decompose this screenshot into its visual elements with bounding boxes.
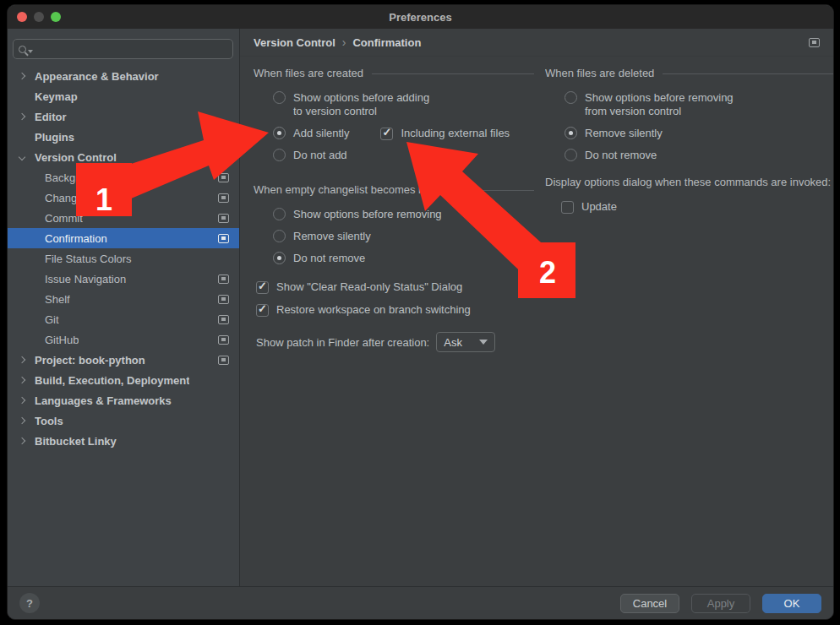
sidebar-item-label: Commit	[45, 212, 83, 225]
checkbox-restore-workspace[interactable]: Restore workspace on branch switching	[256, 303, 534, 317]
checkbox-update[interactable]: Update	[561, 200, 833, 214]
checkbox-label: Update	[581, 200, 617, 214]
radio-remove-silently-deleted[interactable]: Remove silently	[565, 127, 833, 140]
sidebar-item-file-status-colors[interactable]: File Status Colors	[8, 248, 239, 269]
sidebar-item-label: Keymap	[35, 90, 78, 103]
sidebar-item-label: GitHub	[45, 334, 79, 346]
sidebar-item-label: Project: book-python	[35, 354, 145, 367]
sidebar-item-label: Issue Navigation	[45, 273, 126, 285]
settings-sidebar: Appearance & Behavior Keymap Editor Plug…	[8, 29, 240, 586]
radio-icon	[273, 149, 286, 161]
minimize-window-button[interactable]	[34, 12, 44, 22]
radio-icon	[273, 91, 286, 104]
radio-icon	[565, 149, 577, 161]
checkbox-icon	[561, 201, 574, 214]
zoom-window-button[interactable]	[51, 12, 61, 22]
cancel-button[interactable]: Cancel	[620, 594, 679, 613]
sidebar-item-label: Version Control	[35, 151, 117, 164]
radio-show-options-before-removing-vc[interactable]: Show options before removing from versio…	[565, 91, 833, 118]
sidebar-item-languages-frameworks[interactable]: Languages & Frameworks	[8, 390, 239, 410]
traffic-lights	[17, 5, 61, 29]
sidebar-item-label: Changelists	[45, 192, 102, 204]
radio-label: Do not add	[293, 149, 347, 162]
sidebar-item-changelists[interactable]: Changelists	[8, 188, 239, 208]
screen-icon	[809, 38, 820, 47]
ok-button[interactable]: OK	[762, 594, 821, 613]
settings-main-panel: Version Control › Confirmation When file…	[240, 29, 833, 586]
close-window-button[interactable]	[17, 12, 27, 22]
sidebar-item-label: Build, Execution, Deployment	[35, 374, 189, 387]
show-patch-dropdown[interactable]: Ask	[436, 332, 495, 352]
settings-search-field[interactable]	[13, 39, 233, 59]
sidebar-item-keymap[interactable]: Keymap	[8, 86, 239, 106]
show-patch-label: Show patch in Finder after creation:	[256, 336, 429, 349]
radio-do-not-remove-deleted[interactable]: Do not remove	[565, 149, 833, 162]
sidebar-item-git[interactable]: Git	[8, 309, 239, 329]
screen-icon	[218, 214, 229, 223]
dropdown-value: Ask	[444, 336, 462, 349]
checkbox-label: Show "Clear Read-only Status" Dialog	[276, 280, 462, 294]
sidebar-item-shelf[interactable]: Shelf	[8, 289, 239, 309]
screen-icon	[218, 356, 229, 365]
radio-label: Do not remove	[585, 149, 657, 162]
sidebar-item-commit[interactable]: Commit	[8, 208, 239, 228]
radio-remove-silently[interactable]: Remove silently	[273, 230, 534, 243]
checkbox-label: Including external files	[401, 127, 510, 140]
radio-icon	[273, 230, 286, 242]
sidebar-item-plugins[interactable]: Plugins	[8, 127, 239, 147]
screen-icon	[218, 173, 229, 182]
sidebar-item-project-book-python[interactable]: Project: book-python	[8, 350, 239, 370]
breadcrumb-parent[interactable]: Version Control	[254, 36, 335, 49]
radio-do-not-add[interactable]: Do not add	[273, 149, 534, 162]
dialog-footer: ? Cancel Apply OK	[8, 586, 833, 619]
section-when-files-created: When files are created	[254, 66, 534, 81]
sidebar-item-label: Bitbucket Linky	[35, 435, 117, 448]
window-title: Preferences	[389, 11, 451, 24]
chevron-down-icon	[19, 154, 25, 160]
section-title-label: When files are deleted	[545, 66, 654, 81]
radio-show-options-before-removing[interactable]: Show options before removing	[273, 208, 534, 221]
radio-icon	[565, 91, 577, 104]
screen-icon	[218, 335, 229, 345]
chevron-right-icon	[19, 113, 25, 120]
radio-icon	[273, 208, 286, 220]
sidebar-item-background[interactable]: Background	[8, 167, 239, 188]
sidebar-item-bitbucket-linky[interactable]: Bitbucket Linky	[8, 431, 239, 451]
section-empty-changelist: When empty changelist becomes inactive	[254, 182, 534, 198]
radio-label: Add silently	[293, 127, 349, 140]
dropdown-arrow-icon	[479, 340, 488, 345]
chevron-right-icon	[19, 356, 25, 363]
radio-icon	[565, 127, 577, 139]
sidebar-item-tools[interactable]: Tools	[8, 410, 239, 431]
sidebar-item-label: Appearance & Behavior	[35, 70, 159, 83]
screen-icon	[218, 193, 229, 203]
chevron-right-icon	[19, 397, 25, 404]
sidebar-item-appearance-behavior[interactable]: Appearance & Behavior	[8, 66, 239, 86]
apply-button[interactable]: Apply	[691, 594, 750, 613]
help-icon: ?	[26, 597, 33, 610]
sidebar-item-label: Background	[45, 171, 103, 184]
sidebar-item-confirmation[interactable]: Confirmation	[8, 228, 239, 248]
radio-do-not-remove[interactable]: Do not remove	[273, 252, 534, 265]
settings-tree: Appearance & Behavior Keymap Editor Plug…	[8, 66, 239, 451]
sidebar-item-editor[interactable]: Editor	[8, 106, 239, 127]
radio-label: Show options before removing from versio…	[585, 91, 734, 118]
sidebar-item-github[interactable]: GitHub	[8, 329, 239, 350]
radio-add-silently[interactable]: Add silently Including external files	[273, 127, 534, 140]
sidebar-item-build-execution-deployment[interactable]: Build, Execution, Deployment	[8, 370, 239, 390]
checkbox-including-external-files[interactable]: Including external files	[380, 127, 510, 140]
radio-label: Remove silently	[293, 230, 371, 243]
radio-label: Show options before removing	[293, 208, 442, 221]
search-input[interactable]	[35, 43, 227, 56]
sidebar-item-version-control[interactable]: Version Control	[8, 147, 239, 167]
sidebar-item-label: Tools	[35, 415, 63, 427]
sidebar-item-label: File Status Colors	[45, 253, 132, 265]
checkbox-clear-readonly-dialog[interactable]: Show "Clear Read-only Status" Dialog	[256, 280, 534, 294]
screen-icon	[218, 234, 229, 243]
sidebar-item-issue-navigation[interactable]: Issue Navigation	[8, 269, 239, 289]
chevron-right-icon	[19, 377, 25, 383]
checkbox-icon	[256, 281, 269, 294]
radio-show-options-before-adding[interactable]: Show options before adding to version co…	[273, 91, 534, 118]
radio-icon	[273, 252, 286, 264]
help-button[interactable]: ?	[19, 593, 40, 613]
